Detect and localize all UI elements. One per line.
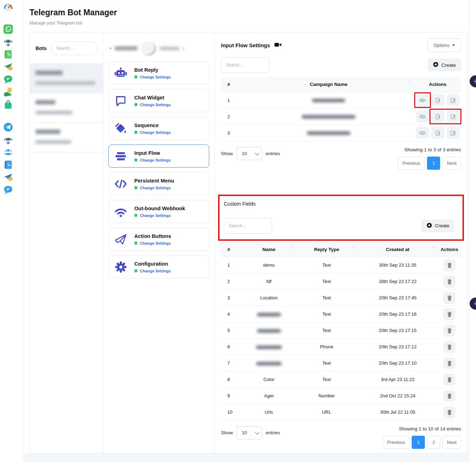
campaign-plane-blue-icon[interactable]: 1	[3, 172, 13, 182]
chat-bubble-green-icon[interactable]	[3, 75, 13, 85]
bot-list-item[interactable]	[30, 93, 103, 123]
reply-type: Text	[296, 257, 358, 273]
eye-icon	[419, 130, 426, 136]
footer-strip	[23, 453, 476, 462]
delete-button[interactable]	[443, 308, 455, 320]
page-2-button[interactable]: 2	[427, 436, 440, 449]
created-at: 20th Sep 23 17:10	[358, 355, 438, 371]
dashboard-gauge-icon[interactable]	[3, 3, 13, 13]
delete-button[interactable]	[443, 325, 455, 337]
change-settings-link[interactable]: Change Settings	[140, 186, 171, 190]
custom-fields-section: Custom Fields Create	[218, 195, 464, 241]
delete-button[interactable]	[443, 390, 455, 402]
export-button[interactable]	[431, 127, 444, 139]
delete-button[interactable]	[443, 259, 455, 271]
edit-button[interactable]	[447, 127, 460, 139]
video-camera-icon[interactable]	[274, 42, 282, 49]
campaign-plane-green-icon[interactable]: 1	[3, 62, 13, 72]
table-row: 3 Location Text 20th Sep 23 17:45	[221, 290, 461, 306]
table-row: 4 Text 20th Sep 23 17:16	[221, 306, 461, 322]
delete-button[interactable]	[443, 341, 455, 353]
shop-bag-icon[interactable]	[3, 100, 13, 110]
reply-type: Text	[296, 290, 358, 306]
settings-card-sequence[interactable]: Sequence Change Settings	[108, 117, 209, 140]
status-dot	[134, 214, 137, 217]
status-dot	[110, 48, 111, 49]
change-settings-link[interactable]: Change Settings	[140, 241, 171, 245]
table-row: 5 Text 20th Sep 23 17:15	[221, 322, 461, 339]
whatsapp-icon[interactable]	[3, 24, 13, 34]
col-header-created-at[interactable]: Created at↑↓	[358, 242, 438, 257]
options-button[interactable]: Options	[427, 38, 461, 52]
bots-search-input[interactable]	[51, 42, 98, 55]
team-icon[interactable]	[3, 147, 13, 157]
card-title: Configuration	[134, 261, 171, 267]
delete-button[interactable]	[443, 292, 455, 304]
export-button[interactable]	[431, 110, 444, 123]
robot-green-icon[interactable]	[3, 37, 13, 47]
input-flow-search-input[interactable]	[221, 57, 269, 73]
col-header-reply-type[interactable]: Reply Type↑↓	[296, 242, 358, 257]
page-size-select[interactable]: 10	[237, 426, 262, 439]
custom-fields-search-input[interactable]	[224, 218, 272, 234]
main-card: Bots : Bot Reply	[29, 32, 468, 453]
change-settings-link[interactable]: Change Settings	[140, 103, 171, 107]
change-settings-link[interactable]: Change Settings	[140, 269, 171, 273]
bot-list-item[interactable]	[30, 64, 103, 93]
bot-list-item[interactable]	[30, 123, 103, 152]
robot-blue-icon[interactable]	[3, 135, 13, 145]
telegram-icon[interactable]	[3, 122, 13, 132]
settings-card-outbound-webhook[interactable]: Out-bound Webhook Change Settings	[108, 200, 209, 223]
view-button[interactable]	[416, 94, 429, 106]
contacts-book-blue-icon[interactable]	[3, 160, 13, 170]
edit-button[interactable]	[447, 110, 460, 123]
delete-button[interactable]	[443, 406, 455, 418]
settings-card-input-flow[interactable]: Input Flow Change Settings	[108, 145, 209, 168]
export-button[interactable]	[431, 94, 444, 106]
delete-button[interactable]	[443, 357, 455, 369]
change-settings-link[interactable]: Change Settings	[140, 130, 171, 135]
settings-card-persistent-menu[interactable]: Persistent Menu Change Settings	[108, 172, 209, 195]
col-header-num[interactable]: #	[221, 77, 243, 92]
settings-card-action-buttons[interactable]: Action Buttons Change Settings	[108, 228, 209, 251]
col-header-name[interactable]: Name↑↓	[242, 242, 296, 257]
status-dot	[134, 186, 137, 189]
show-label: Show	[221, 430, 233, 435]
reply-type: Number	[296, 388, 358, 404]
change-settings-link[interactable]: Change Settings	[140, 213, 171, 218]
settings-card-bot-reply[interactable]: Bot Reply Change Settings	[108, 61, 209, 85]
change-settings-link[interactable]: Change Settings	[140, 75, 171, 79]
col-header-num[interactable]: #	[221, 242, 242, 257]
chat-bubble-blue-icon[interactable]	[3, 185, 13, 195]
change-settings-link[interactable]: Change Settings	[140, 158, 171, 162]
edit-icon	[450, 97, 456, 103]
col-header-campaign-name[interactable]: Campaign Name↑↓	[243, 77, 414, 92]
page-1-button[interactable]: 1	[427, 157, 440, 170]
svg-text:1: 1	[9, 67, 11, 70]
previous-page-button[interactable]: Previous	[398, 157, 425, 170]
next-page-button[interactable]: Next	[442, 436, 461, 449]
delete-button[interactable]	[443, 374, 455, 386]
integration-puzzle-icon[interactable]	[3, 87, 13, 97]
edit-button[interactable]	[447, 94, 460, 106]
entries-label: entries	[266, 151, 280, 156]
settings-card-configuration[interactable]: Configuration Change Settings	[108, 255, 209, 278]
page-1-button[interactable]: 1	[412, 436, 425, 449]
scrollbar-track[interactable]	[469, 0, 476, 462]
status-dot	[134, 131, 137, 134]
custom-fields-create-button[interactable]: Create	[421, 219, 455, 232]
col-header-actions: Actions	[438, 242, 461, 257]
contacts-book-green-icon[interactable]	[3, 49, 13, 59]
previous-page-button[interactable]: Previous	[383, 436, 410, 449]
page-size-select[interactable]: 10	[237, 147, 262, 160]
view-button[interactable]	[416, 127, 429, 139]
created-at: 20th Sep 23 17:12	[358, 339, 438, 355]
table-row: 2 fdf Text 28th Sep 23 17:22	[221, 273, 461, 290]
input-flow-create-button[interactable]: Create	[428, 59, 461, 71]
field-name: demo	[242, 257, 296, 273]
page-subtitle: Manage your Telegram bot	[29, 21, 82, 26]
settings-card-chat-widget[interactable]: Chat Widget Change Settings	[108, 89, 209, 112]
view-button[interactable]	[416, 110, 429, 123]
delete-button[interactable]	[443, 276, 455, 288]
next-page-button[interactable]: Next	[442, 157, 461, 170]
